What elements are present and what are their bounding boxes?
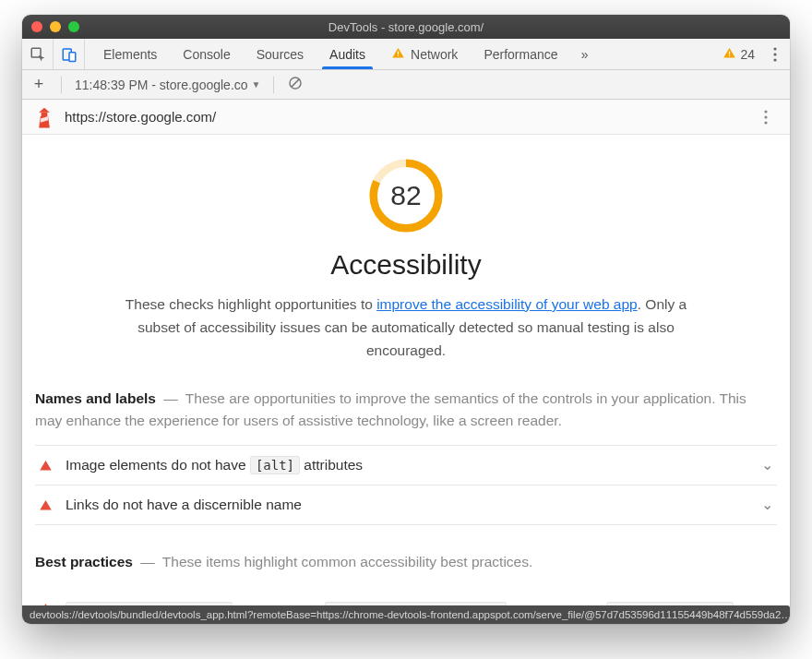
tabs-right-controls: 24 bbox=[722, 39, 790, 69]
report-url-bar: https://store.google.com/ bbox=[22, 100, 790, 135]
report-scroll[interactable]: 82 Accessibility These checks highlight … bbox=[22, 135, 790, 624]
svg-line-11 bbox=[292, 79, 299, 87]
separator bbox=[273, 77, 274, 93]
section-desc: These items highlight common accessibili… bbox=[162, 554, 532, 569]
tab-console[interactable]: Console bbox=[170, 39, 243, 69]
audit-label: Image elements do not have [alt] attribu… bbox=[66, 457, 748, 473]
score-value: 82 bbox=[367, 157, 445, 234]
chevron-down-icon: ⌄ bbox=[761, 457, 773, 473]
tab-label: Console bbox=[183, 47, 230, 62]
svg-point-15 bbox=[764, 121, 767, 124]
tab-performance[interactable]: Performance bbox=[471, 39, 570, 69]
score-gauge-wrap: 82 Accessibility bbox=[22, 157, 790, 281]
new-audit-button[interactable]: + bbox=[30, 75, 48, 94]
more-tabs-button[interactable]: » bbox=[571, 39, 599, 69]
warning-icon bbox=[391, 46, 405, 63]
svg-rect-6 bbox=[729, 54, 730, 55]
fail-triangle-icon bbox=[39, 498, 53, 512]
svg-point-14 bbox=[764, 115, 767, 118]
devtools-tabs-row: Elements Console Sources Audits Network … bbox=[22, 39, 790, 70]
warning-icon bbox=[722, 46, 736, 63]
category-title: Accessibility bbox=[330, 249, 481, 281]
tab-label: Sources bbox=[257, 47, 304, 62]
chevron-down-icon: ⌄ bbox=[761, 497, 773, 513]
minimize-window-button[interactable] bbox=[50, 21, 61, 32]
audit-list: Image elements do not have [alt] attribu… bbox=[35, 445, 777, 525]
status-bar-text: devtools://devtools/bundled/devtools_app… bbox=[30, 609, 790, 620]
separator bbox=[61, 77, 62, 93]
svg-point-7 bbox=[773, 47, 776, 50]
tab-network[interactable]: Network bbox=[378, 39, 471, 69]
audits-toolbar: + 11:48:39 PM - store.google.co ▼ bbox=[22, 70, 790, 100]
audit-run-select[interactable]: 11:48:39 PM - store.google.co ▼ bbox=[75, 78, 260, 92]
tab-label: Elements bbox=[103, 47, 157, 62]
close-window-button[interactable] bbox=[31, 21, 42, 32]
score-gauge: 82 bbox=[367, 157, 445, 234]
lighthouse-icon bbox=[35, 107, 54, 127]
clear-button[interactable] bbox=[287, 75, 304, 94]
audit-run-label: 11:48:39 PM - store.google.co bbox=[75, 78, 248, 92]
titlebar: DevTools - store.google.com/ bbox=[22, 15, 790, 39]
status-bar: devtools://devtools/bundled/devtools_app… bbox=[22, 605, 790, 624]
report-menu-button[interactable] bbox=[755, 110, 777, 125]
category-description: These checks highlight opportunities to … bbox=[120, 294, 692, 362]
tab-label: Audits bbox=[329, 47, 365, 62]
tab-audits[interactable]: Audits bbox=[316, 39, 378, 69]
section-title: Best practices bbox=[35, 554, 133, 569]
section-names-labels: Names and labels — These are opportuniti… bbox=[22, 388, 790, 525]
svg-point-8 bbox=[773, 53, 776, 55]
traffic-lights bbox=[31, 21, 79, 32]
section-heading: Best practices — These items highlight c… bbox=[35, 551, 777, 573]
svg-rect-2 bbox=[69, 52, 76, 61]
inspect-element-button[interactable] bbox=[22, 39, 54, 69]
zoom-window-button[interactable] bbox=[68, 21, 79, 32]
window-title: DevTools - store.google.com/ bbox=[22, 20, 790, 34]
devtools-menu-button[interactable] bbox=[764, 47, 786, 62]
audit-label: Links do not have a discernible name bbox=[66, 497, 748, 513]
warnings-indicator[interactable]: 24 bbox=[722, 46, 755, 63]
accessibility-learn-more-link[interactable]: improve the accessibility of your web ap… bbox=[376, 296, 638, 312]
svg-point-9 bbox=[773, 58, 776, 61]
svg-rect-12 bbox=[42, 112, 48, 115]
svg-rect-3 bbox=[398, 51, 399, 54]
caret-down-icon: ▼ bbox=[252, 79, 261, 90]
svg-point-13 bbox=[764, 110, 767, 113]
report-content: 82 Accessibility These checks highlight … bbox=[22, 135, 790, 624]
tab-label: Network bbox=[411, 47, 458, 62]
warnings-count: 24 bbox=[740, 47, 755, 62]
tab-sources[interactable]: Sources bbox=[244, 39, 316, 69]
tab-elements[interactable]: Elements bbox=[90, 39, 170, 69]
device-toggle-button[interactable] bbox=[54, 39, 85, 69]
report-url: https://store.google.com/ bbox=[65, 109, 216, 125]
section-heading: Names and labels — These are opportuniti… bbox=[35, 388, 777, 432]
audit-img-alt[interactable]: Image elements do not have [alt] attribu… bbox=[35, 446, 777, 485]
svg-rect-5 bbox=[729, 51, 730, 54]
tab-label: Performance bbox=[484, 47, 557, 62]
fail-triangle-icon bbox=[39, 459, 53, 473]
audit-link-name[interactable]: Links do not have a discernible name ⌄ bbox=[35, 485, 777, 525]
devtools-window: DevTools - store.google.com/ Elements Co… bbox=[22, 15, 790, 624]
devtools-tabs: Elements Console Sources Audits Network … bbox=[85, 39, 722, 69]
section-title: Names and labels bbox=[35, 390, 156, 406]
svg-rect-4 bbox=[398, 54, 399, 55]
